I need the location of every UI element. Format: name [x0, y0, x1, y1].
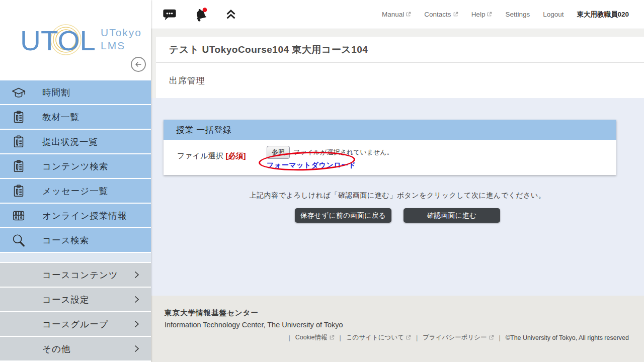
sidebar-item-course-group[interactable]: コースグループ [0, 312, 151, 336]
chevron-right-icon [134, 270, 140, 279]
help-link-label: Help [471, 11, 486, 18]
sidebar-nav: 時間割 教材一覧 提出状況一覧 [0, 80, 151, 361]
contacts-link-label: Contacts [424, 11, 451, 18]
sidebar-item-course-search[interactable]: コース検索 [0, 228, 151, 252]
topbar-icons [162, 6, 237, 23]
sidebar-item-submissions[interactable]: 提出状況一覧 [0, 130, 151, 153]
speech-bubble-icon [162, 8, 177, 22]
bell-icon [192, 6, 209, 23]
sidebar-item-label: コース検索 [42, 234, 89, 246]
utol-logo[interactable]: UTOL UTokyo LMS [18, 21, 151, 57]
contacts-link[interactable]: Contacts [424, 11, 458, 18]
footer-org-jp: 東京大学情報基盤センター [165, 308, 629, 318]
panel-header: 授業 一括登録 [164, 120, 616, 140]
sidebar-item-label: コンテンツ検索 [42, 160, 109, 172]
footer-org-en: Information Technology Center, The Unive… [165, 321, 629, 329]
topbar-links: Manual Contacts Help [369, 10, 629, 19]
online-class-icon [11, 208, 26, 223]
footer: 東京大学情報基盤センター Information Technology Cent… [151, 296, 644, 362]
help-link[interactable]: Help [471, 11, 493, 18]
instruction-text: 上記内容でよろしければ「確認画面に進む」ボタンをクリックして次に進んでください。 [151, 191, 644, 200]
back-without-save-button[interactable]: 保存せずに前の画面に戻る [295, 208, 391, 223]
cookie-info-link-label: Cookie情報 [295, 333, 328, 342]
clipboard-icon [11, 110, 26, 125]
bulk-register-panel: 授業 一括登録 ファイル選択 [必須] 参照 ファイルが選択されていません。 フ… [164, 120, 616, 175]
username[interactable]: 東大用教職員020 [577, 10, 629, 19]
logout-link[interactable]: Logout [543, 11, 564, 18]
sidebar-item-label: 時間割 [42, 86, 70, 99]
chevron-right-icon [134, 344, 140, 353]
logo-subtitle: UTokyo LMS [101, 26, 142, 52]
about-site-link[interactable]: このサイトについて [346, 333, 411, 342]
manual-link-label: Manual [382, 11, 404, 18]
file-select-label: ファイル選択 [177, 151, 223, 161]
action-buttons: 保存せずに前の画面に戻る 確認画面に進む [151, 208, 644, 223]
no-file-selected-text: ファイルが選択されていません。 [293, 148, 393, 157]
sidebar-item-online-class[interactable]: オンライン授業情報 [0, 204, 151, 227]
sidebar-item-label: 提出状況一覧 [42, 136, 98, 148]
sidebar-item-label: コースグループ [42, 318, 109, 330]
copyright-text: ©The University of Tokyo, All rights res… [506, 334, 629, 341]
arrow-left-icon [134, 60, 143, 69]
footer-links: | Cookie情報 | このサイトについて | [165, 333, 629, 342]
search-icon [11, 233, 26, 248]
content-area: 授業 一括登録 ファイル選択 [必須] 参照 ファイルが選択されていません。 フ… [151, 98, 644, 296]
collapse-topbar-button[interactable] [224, 8, 237, 21]
clipboard-icon [11, 184, 26, 199]
messages-button[interactable] [162, 8, 177, 22]
sidebar-item-course-contents[interactable]: コースコンテンツ [0, 263, 151, 287]
sidebar-item-label: オンライン授業情報 [42, 210, 127, 222]
privacy-policy-link[interactable]: プライバシーポリシー [423, 333, 494, 342]
collapse-sidebar-button[interactable] [131, 57, 146, 72]
separator: | [340, 334, 341, 341]
required-badge: [必須] [225, 151, 246, 161]
topbar-gap [151, 29, 644, 37]
sidebar-item-materials[interactable]: 教材一覧 [0, 105, 151, 129]
sidebar-item-label: メッセージ一覧 [42, 185, 108, 197]
graduation-cap-icon [11, 85, 26, 100]
utol-logo-icon: UTOL [18, 21, 98, 57]
sidebar-item-label: その他 [42, 343, 70, 355]
sidebar-item-content-search[interactable]: コンテンツ検索 [0, 154, 151, 178]
settings-link[interactable]: Settings [505, 11, 530, 18]
external-link-icon [329, 335, 335, 340]
panel-title: 授業 一括登録 [176, 124, 231, 136]
privacy-policy-link-label: プライバシーポリシー [423, 333, 487, 342]
course-title-block: テスト UTokyoCourse104 東大用コース104 [156, 37, 644, 63]
file-select-label-cell: ファイル選択 [必須] [177, 146, 267, 166]
external-link-icon [453, 12, 458, 17]
sidebar-item-label: コース設定 [42, 294, 89, 306]
file-input: 参照 ファイルが選択されていません。 [267, 146, 393, 159]
svg-text:UTOL: UTOL [20, 25, 96, 56]
logo-area: UTOL UTokyo LMS [0, 0, 151, 80]
sidebar-item-course-settings[interactable]: コース設定 [0, 288, 151, 311]
sidebar-item-timetable[interactable]: 時間割 [0, 80, 151, 104]
chevron-right-icon [134, 295, 140, 304]
sidebar-item-label: コースコンテンツ [42, 269, 118, 281]
external-link-icon [487, 12, 492, 17]
main-area: Manual Contacts Help [151, 0, 644, 362]
page-header: テスト UTokyoCourse104 東大用コース104 出席管理 [156, 37, 644, 98]
file-select-cell: 参照 ファイルが選択されていません。 フォーマットダウンロード [267, 146, 393, 170]
cookie-info-link[interactable]: Cookie情報 [295, 333, 335, 342]
sidebar-item-label: 教材一覧 [42, 111, 79, 123]
double-chevron-up-icon [224, 8, 237, 21]
external-link-icon [489, 335, 494, 340]
external-link-icon [406, 12, 411, 17]
manual-link[interactable]: Manual [382, 11, 411, 18]
logout-link-label: Logout [543, 11, 564, 18]
chevron-right-icon [134, 320, 140, 328]
sidebar-item-messages[interactable]: メッセージ一覧 [0, 179, 151, 203]
notifications-button[interactable] [192, 6, 209, 23]
sidebar-spacer [0, 253, 151, 262]
format-download-link[interactable]: フォーマットダウンロード [267, 161, 356, 170]
sidebar-item-others[interactable]: その他 [0, 337, 151, 360]
course-title: テスト UTokyoCourse104 東大用コース104 [169, 43, 368, 56]
clipboard-icon [11, 134, 26, 149]
about-site-link-label: このサイトについて [346, 333, 404, 342]
proceed-to-confirm-button[interactable]: 確認画面に進む [404, 208, 500, 223]
clipboard-icon [11, 159, 26, 174]
browse-button[interactable]: 参照 [267, 146, 290, 159]
section-title-block: 出席管理 [156, 63, 644, 98]
separator: | [499, 334, 501, 341]
